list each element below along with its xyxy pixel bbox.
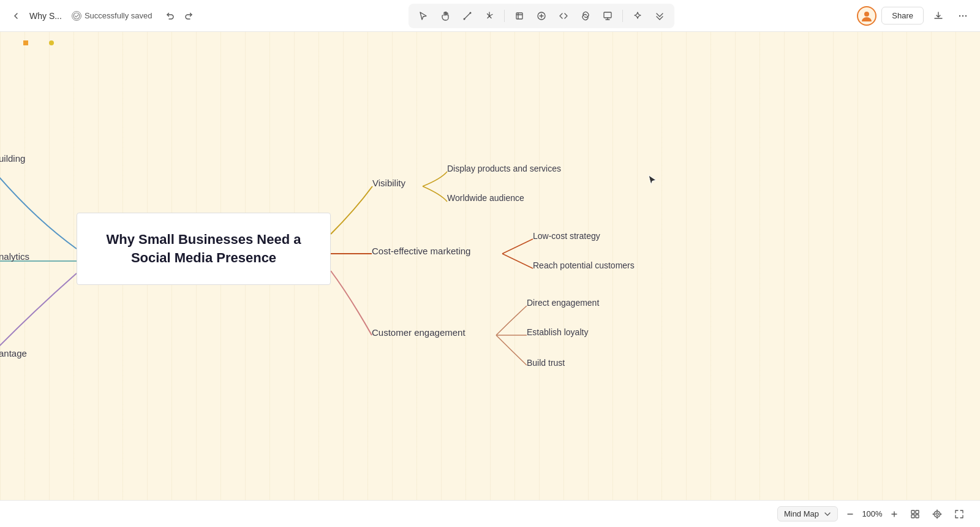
svg-point-6: [864, 12, 869, 17]
view-mode-selector[interactable]: Mind Map: [777, 506, 838, 521]
svg-point-15: [936, 513, 938, 515]
tool-add[interactable]: [532, 6, 551, 26]
branch-visibility-label: Visibility: [372, 178, 405, 188]
download-button[interactable]: [929, 6, 948, 26]
history-controls: [162, 7, 197, 25]
svg-rect-3: [516, 13, 522, 19]
toolbar-center: [233, 4, 850, 28]
view-mode-label: Mind Map: [784, 509, 819, 518]
tool-present[interactable]: [598, 6, 617, 26]
tool-link[interactable]: [576, 6, 595, 26]
svg-rect-13: [916, 515, 919, 518]
toolbar-right: Share: [850, 6, 980, 26]
central-node-text: Why Small Businesses Need a Social Media…: [89, 230, 318, 267]
svg-point-9: [965, 15, 967, 16]
child-worldwide-audience: Worldwide audience: [447, 193, 524, 203]
dot-orange: [23, 40, 28, 45]
tool-frame[interactable]: [510, 6, 529, 26]
tool-separator-2: [622, 10, 623, 22]
tool-embed[interactable]: [554, 6, 573, 26]
save-status-text: Successfully saved: [85, 11, 153, 20]
tool-pointer[interactable]: [480, 6, 499, 26]
central-node[interactable]: Why Small Businesses Need a Social Media…: [77, 213, 331, 285]
redo-button[interactable]: [180, 7, 197, 25]
more-options-button[interactable]: [953, 6, 973, 26]
undo-button[interactable]: [162, 7, 179, 25]
tool-hand[interactable]: [435, 6, 455, 26]
fullscreen-button[interactable]: [951, 506, 968, 523]
child-low-cost-strategy: Low-cost strategy: [533, 231, 600, 241]
child-display-products: Display products and services: [447, 164, 561, 173]
svg-rect-11: [916, 510, 919, 514]
user-avatar[interactable]: [857, 6, 876, 26]
tools-group: [409, 4, 674, 28]
canvas[interactable]: Why Small Businesses Need a Social Media…: [0, 32, 980, 527]
tool-more[interactable]: [650, 6, 669, 26]
branch-cost-effective-label: Cost-effective marketing: [372, 246, 470, 256]
zoom-in-button[interactable]: [887, 507, 902, 521]
svg-point-8: [962, 15, 963, 16]
share-button[interactable]: Share: [881, 7, 924, 25]
svg-rect-12: [911, 515, 914, 518]
grid-view-button[interactable]: [907, 506, 924, 523]
tool-select[interactable]: [413, 6, 433, 26]
child-establish-loyalty: Establish loyalty: [527, 327, 588, 337]
left-branch-analytics: nalytics: [0, 251, 29, 262]
zoom-level: 100%: [861, 509, 883, 518]
target-button[interactable]: [929, 506, 946, 523]
save-status-icon: [72, 11, 81, 21]
svg-rect-5: [604, 12, 611, 18]
svg-point-1: [463, 18, 465, 20]
svg-rect-10: [911, 510, 914, 514]
back-button[interactable]: [7, 7, 24, 25]
child-direct-engagement: Direct engagement: [527, 298, 599, 308]
dot-yellow: [49, 40, 54, 45]
tool-separator-1: [504, 10, 505, 22]
tool-ai[interactable]: [628, 6, 647, 26]
zoom-controls: 100%: [843, 507, 902, 521]
zoom-out-button[interactable]: [843, 507, 858, 521]
svg-point-7: [959, 15, 960, 16]
child-reach-potential: Reach potential customers: [533, 260, 635, 270]
tool-connector[interactable]: [458, 6, 477, 26]
left-branch-building: uilding: [0, 153, 25, 164]
left-branch-advantage: antage: [0, 348, 27, 358]
svg-point-2: [469, 12, 471, 13]
bottom-bar: Mind Map 100%: [0, 500, 980, 527]
toolbar-left: Why S... Successfully saved: [0, 7, 233, 25]
branch-customer-engagement-label: Customer engagement: [372, 327, 466, 338]
main-toolbar: Why S... Successfully saved: [0, 0, 980, 32]
svg-point-0: [74, 13, 80, 19]
document-title: Why S...: [29, 11, 62, 21]
child-build-trust: Build trust: [527, 358, 565, 368]
save-status: Successfully saved: [72, 11, 153, 21]
